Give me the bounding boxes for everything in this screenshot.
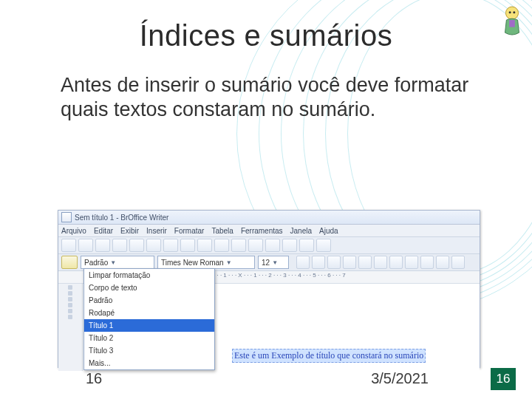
link-button[interactable] <box>248 239 263 252</box>
align-left-button[interactable] <box>343 256 356 269</box>
style-option-heading1[interactable]: Título 1 <box>84 319 214 332</box>
menu-ajuda[interactable]: Ajuda <box>319 227 338 235</box>
numbered-list-button[interactable] <box>405 256 418 269</box>
align-justify-button[interactable] <box>389 256 403 269</box>
paragraph-style-dropdown: Limpar formatação Corpo de texto Padrão … <box>83 268 215 370</box>
chevron-down-icon: ▼ <box>271 259 279 266</box>
vertical-ruler <box>58 284 83 371</box>
font-size-combo[interactable]: 12 ▼ <box>258 256 289 269</box>
table-button[interactable] <box>231 239 246 252</box>
app-title-text: Sem título 1 - BrOffice Writer <box>75 214 168 222</box>
style-option-heading3[interactable]: Título 3 <box>84 344 214 357</box>
paragraph-style-combo[interactable]: Padrão ▼ <box>81 256 154 269</box>
align-center-button[interactable] <box>358 256 372 269</box>
font-name-combo[interactable]: Times New Roman ▼ <box>157 256 255 269</box>
open-button[interactable] <box>78 239 93 252</box>
menu-editar[interactable]: Editar <box>94 227 113 235</box>
svg-point-1 <box>509 11 511 13</box>
svg-point-0 <box>505 7 518 19</box>
font-size-value: 12 <box>262 259 270 267</box>
paste-button[interactable] <box>180 239 195 252</box>
increase-indent-button[interactable] <box>451 256 465 269</box>
italic-button[interactable] <box>312 256 325 269</box>
paragraph-style-value: Padrão <box>84 259 108 267</box>
svg-rect-3 <box>509 20 515 27</box>
redo-button[interactable] <box>214 239 229 252</box>
menu-formatar[interactable]: Formatar <box>174 227 205 235</box>
style-option-more[interactable]: Mais... <box>84 357 214 369</box>
spellcheck-button[interactable] <box>265 239 280 252</box>
copy-button[interactable] <box>163 239 178 252</box>
menu-janela[interactable]: Janela <box>290 227 312 235</box>
document-selected-text[interactable]: Este é um Exemplo de título que constará… <box>232 349 426 363</box>
zoom-button[interactable] <box>282 239 297 252</box>
align-right-button[interactable] <box>374 256 387 269</box>
document-icon <box>61 212 72 222</box>
styles-gallery-button[interactable] <box>61 256 78 269</box>
save-button[interactable] <box>95 239 110 252</box>
standard-toolbar <box>58 237 480 254</box>
underline-button[interactable] <box>327 256 341 269</box>
cartoon-character-icon <box>498 4 526 38</box>
preview-button[interactable] <box>129 239 144 252</box>
app-window: Sem título 1 - BrOffice Writer Arquivo E… <box>58 210 480 368</box>
style-option-heading2[interactable]: Título 2 <box>84 332 214 344</box>
bold-button[interactable] <box>296 256 310 269</box>
help-button[interactable] <box>299 239 314 252</box>
menu-ferramentas[interactable]: Ferramentas <box>241 227 283 235</box>
print-button[interactable] <box>112 239 127 252</box>
slide: Índices e sumários Antes de inserir o su… <box>0 0 532 399</box>
cut-button[interactable] <box>146 239 161 252</box>
bullet-list-button[interactable] <box>420 256 434 269</box>
footer-page-badge: 16 <box>491 368 516 390</box>
svg-point-2 <box>513 11 515 13</box>
menu-tabela[interactable]: Tabela <box>211 227 233 235</box>
slide-body-text: Antes de inserir o sumário você deve for… <box>0 52 532 122</box>
decrease-indent-button[interactable] <box>436 256 449 269</box>
menu-exibir[interactable]: Exibir <box>120 227 139 235</box>
chevron-down-icon: ▼ <box>109 259 117 266</box>
menu-inserir[interactable]: Inserir <box>146 227 167 235</box>
style-option-footer[interactable]: Rodapé <box>84 307 214 319</box>
new-button[interactable] <box>61 239 76 252</box>
footer-date: 3/5/2021 <box>371 370 429 387</box>
menubar: Arquivo Editar Exibir Inserir Formatar T… <box>58 225 480 237</box>
style-option-body[interactable]: Corpo de texto <box>84 282 214 294</box>
app-titlebar: Sem título 1 - BrOffice Writer <box>58 211 480 225</box>
more-button[interactable] <box>316 239 331 252</box>
style-option-default[interactable]: Padrão <box>84 294 214 307</box>
ruler-ticks: · · · 1 · · · X · · · 1 · · · 2 · · · 3 … <box>214 272 346 279</box>
undo-button[interactable] <box>197 239 212 252</box>
style-option-clear[interactable]: Limpar formatação <box>84 269 214 282</box>
footer-page-number-left: 16 <box>86 370 102 387</box>
font-name-value: Times New Roman <box>161 259 224 267</box>
chevron-down-icon: ▼ <box>225 259 233 266</box>
slide-title: Índices e sumários <box>0 0 532 52</box>
menu-arquivo[interactable]: Arquivo <box>61 227 86 235</box>
